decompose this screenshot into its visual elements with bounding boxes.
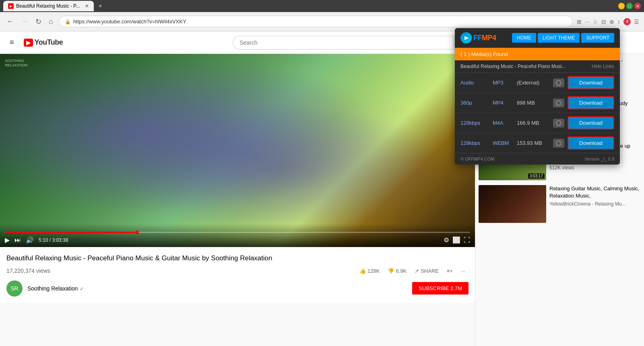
progress-dot bbox=[135, 231, 139, 234]
share-icon: ↗ bbox=[415, 268, 419, 274]
bookmark-icon[interactable]: ☆ bbox=[593, 19, 598, 25]
progress-bar[interactable] bbox=[5, 232, 470, 233]
hide-links-button[interactable]: Hide Links bbox=[592, 64, 614, 69]
extension-badge[interactable]: 4 bbox=[623, 18, 631, 25]
back-button[interactable]: ← bbox=[5, 16, 15, 27]
video-area: SOOTHING RELAXATION ℹ ▶ ⏭ 🔊 bbox=[0, 54, 475, 346]
table-row: 128kbps M4A 166.9 MB Download bbox=[455, 113, 620, 133]
video-player[interactable]: SOOTHING RELAXATION ℹ ▶ ⏭ 🔊 bbox=[0, 54, 475, 247]
type-label: WEBM bbox=[493, 140, 517, 146]
channel-name-area: Soothing Relaxation ✓ bbox=[27, 285, 84, 292]
more-button[interactable]: ··· bbox=[458, 266, 469, 276]
video-stats: 17,220,374 views 👍 128K 👎 6.9K ↗ SHARE bbox=[6, 266, 469, 276]
plugin-theme-button[interactable]: LIGHT THEME bbox=[538, 33, 580, 43]
hamburger-menu[interactable]: ≡ bbox=[6, 35, 17, 50]
record-inner bbox=[556, 100, 561, 106]
record-inner bbox=[556, 80, 561, 86]
home-button[interactable]: ⌂ bbox=[47, 16, 55, 27]
download-button-m4a[interactable]: Download bbox=[568, 116, 614, 130]
pocket-icon[interactable]: ⊕ bbox=[609, 19, 614, 25]
plugin-header: ▶ FFMP4 HOME LIGHT THEME SUPPORT bbox=[455, 28, 620, 48]
sidebar-thumbnail bbox=[479, 185, 546, 223]
format-label: 360p bbox=[460, 100, 493, 106]
youtube-logo-text: YouTube bbox=[35, 38, 63, 47]
plugin-home-button[interactable]: HOME bbox=[512, 33, 536, 43]
type-label: M4A bbox=[493, 120, 517, 126]
video-top-area: SOOTHING RELAXATION bbox=[0, 54, 475, 72]
size-label: 166.9 MB bbox=[517, 120, 553, 126]
search-input[interactable] bbox=[233, 36, 454, 49]
url-text: https://www.youtube.com/watch?v=hIWil4xV… bbox=[73, 19, 186, 25]
minimize-button[interactable]: − bbox=[618, 3, 625, 9]
plugin-nav: HOME LIGHT THEME SUPPORT bbox=[512, 33, 614, 43]
download-button-audio[interactable]: Download bbox=[568, 76, 614, 89]
format-label: 128kbps bbox=[460, 120, 493, 126]
record-icon[interactable] bbox=[553, 99, 564, 107]
record-icon-col bbox=[553, 78, 568, 87]
time-display: 5:10 / 3:03:38 bbox=[39, 237, 68, 243]
download-button-webm[interactable]: Download bbox=[568, 136, 614, 150]
controls-row: ▶ ⏭ 🔊 5:10 / 3:03:38 ⚙ ⬜ ⛶ bbox=[5, 236, 470, 244]
dislike-button[interactable]: 👎 6.9K bbox=[384, 266, 410, 276]
record-icon-col bbox=[553, 119, 568, 128]
format-label: 128kbps bbox=[460, 140, 493, 146]
copyright-text: © OFFMP4.COM bbox=[460, 157, 495, 161]
video-watermark: SOOTHING RELAXATION bbox=[5, 59, 470, 68]
maximize-button[interactable]: □ bbox=[626, 3, 633, 9]
record-icon[interactable] bbox=[553, 119, 564, 128]
media-found-bar: ( 1 ) Media(s) Found bbox=[455, 48, 620, 60]
record-icon[interactable] bbox=[553, 78, 564, 87]
forward-button[interactable]: → bbox=[19, 16, 30, 27]
extension-icon[interactable]: ⊞ bbox=[577, 19, 582, 25]
subscribe-button[interactable]: SUBSCRIBE 2.7M bbox=[412, 282, 469, 295]
record-inner bbox=[556, 140, 561, 146]
browser-tab[interactable]: ▶ Beautiful Relaxing Music - P... ✕ bbox=[3, 1, 94, 11]
new-tab-button[interactable]: + bbox=[96, 2, 105, 10]
browser-chrome: ▶ Beautiful Relaxing Music - P... ✕ + − … bbox=[0, 0, 644, 12]
plugin-footer: © OFFMP4.COM Version _/_ 0.9 bbox=[455, 153, 620, 165]
menu-icon[interactable]: ☰ bbox=[634, 19, 639, 25]
plugin-logo: ▶ FFMP4 bbox=[460, 32, 496, 43]
fullscreen-button[interactable]: ⛶ bbox=[464, 237, 470, 244]
more-options-icon[interactable]: ··· bbox=[585, 19, 590, 25]
video-info: Beautiful Relaxing Music - Peaceful Pian… bbox=[0, 247, 475, 303]
close-button[interactable]: ✕ bbox=[634, 3, 641, 9]
next-button[interactable]: ⏭ bbox=[14, 237, 21, 244]
address-bar[interactable]: 🔒 https://www.youtube.com/watch?v=hIWil4… bbox=[59, 16, 573, 27]
format-label: Audio bbox=[460, 80, 493, 86]
sync-icon[interactable]: ↕ bbox=[617, 19, 620, 25]
view-count: 17,220,374 views bbox=[6, 268, 50, 274]
play-button[interactable]: ▶ bbox=[5, 236, 10, 244]
channel-row: SR Soothing Relaxation ✓ SUBSCRIBE 2.7M bbox=[6, 280, 469, 297]
sidebar-channel: YellowBrickCinema - Relaxing Mu... bbox=[549, 201, 641, 207]
record-icon-col bbox=[553, 139, 568, 148]
plugin-support-button[interactable]: SUPPORT bbox=[581, 33, 614, 43]
share-button[interactable]: ↗ SHARE bbox=[411, 266, 442, 276]
volume-button[interactable]: 🔊 bbox=[26, 236, 34, 244]
channel-avatar: SR bbox=[6, 280, 23, 297]
save-button[interactable]: ≡+ bbox=[444, 266, 456, 276]
thumbsdown-icon: 👎 bbox=[388, 268, 394, 274]
sidebar-title: Relaxing Guitar Music, Calming Music, Re… bbox=[549, 185, 641, 200]
download-button-360p[interactable]: Download bbox=[568, 96, 614, 109]
list-item[interactable]: Relaxing Guitar Music, Calming Music, Re… bbox=[479, 185, 641, 223]
theater-button[interactable]: ⬜ bbox=[452, 236, 460, 244]
download-table: Audio MP3 (External) Download 360p MP4 8… bbox=[455, 73, 620, 153]
video-controls: ▶ ⏭ 🔊 5:10 / 3:03:38 ⚙ ⬜ ⛶ bbox=[0, 224, 475, 247]
refresh-button[interactable]: ↻ bbox=[34, 16, 43, 28]
record-icon[interactable] bbox=[553, 139, 564, 148]
reader-icon[interactable]: ⊟ bbox=[601, 19, 606, 25]
record-inner bbox=[556, 120, 561, 126]
verified-icon: ✓ bbox=[80, 286, 84, 292]
record-icon-col bbox=[553, 99, 568, 107]
settings-button[interactable]: ⚙ bbox=[444, 236, 449, 244]
duration-badge: 3:03:17 bbox=[528, 173, 545, 179]
video-overlay-controls: SOOTHING RELAXATION ℹ ▶ ⏭ 🔊 bbox=[0, 54, 475, 247]
tab-close-button[interactable]: ✕ bbox=[85, 3, 89, 9]
youtube-logo[interactable]: ▶ YouTube bbox=[24, 38, 63, 47]
type-label: MP4 bbox=[493, 100, 517, 106]
lock-icon: 🔒 bbox=[65, 19, 71, 25]
window-controls: − □ ✕ bbox=[618, 3, 641, 9]
search-form[interactable]: 🔍 bbox=[233, 36, 474, 49]
like-button[interactable]: 👍 128K bbox=[356, 266, 383, 276]
